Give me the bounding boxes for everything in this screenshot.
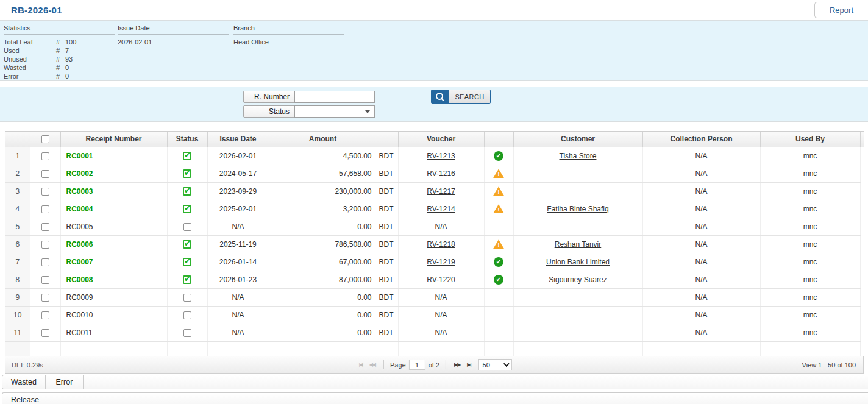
amount-cell: 0.00 — [269, 288, 377, 306]
row-select-cell — [30, 235, 60, 253]
header-receipt-number[interactable]: Receipt Number — [60, 132, 167, 147]
table-header-row: Receipt Number Status Issue Date Amount … — [5, 132, 864, 147]
customer-link[interactable]: Sigourney Suarez — [549, 275, 607, 284]
status-select[interactable] — [294, 105, 375, 118]
voucher-link[interactable]: RV-1220 — [427, 275, 455, 284]
row-select-checkbox[interactable] — [41, 294, 49, 302]
receipt-number: RC0001 — [66, 152, 93, 160]
voucher-status-cell — [484, 182, 513, 200]
header-used-by[interactable]: Used By — [760, 132, 860, 147]
receipt-number: RC0010 — [66, 311, 93, 319]
header-issue-date[interactable]: Issue Date — [207, 132, 269, 147]
row-select-checkbox[interactable] — [41, 205, 49, 213]
voucher-status-cell: ✔ — [484, 271, 513, 288]
branch-label: Branch — [233, 24, 344, 35]
customer-link[interactable]: Reshan Tanvir — [555, 240, 602, 249]
empty-row — [5, 341, 864, 356]
header-row-number — [5, 132, 30, 147]
voucher-link[interactable]: RV-1216 — [427, 169, 455, 178]
voucher-cell: N/A — [398, 306, 484, 324]
header-amount[interactable]: Amount — [269, 132, 377, 147]
customer-link[interactable]: Union Bank Limited — [546, 258, 610, 266]
amount-cell: 4,500.00 — [269, 147, 377, 165]
voucher-link[interactable]: RV-1219 — [427, 258, 455, 266]
row-select-checkbox[interactable] — [41, 311, 49, 319]
voucher-link[interactable]: RV-1217 — [427, 187, 455, 196]
used-by-cell: mnc — [760, 182, 860, 200]
receipt-number-cell: RC0006 — [60, 235, 167, 253]
customer-link[interactable]: Tisha Store — [560, 152, 597, 160]
amount-cell: 0.00 — [269, 324, 377, 341]
stat-hash: # — [56, 63, 65, 72]
row-select-checkbox[interactable] — [41, 329, 49, 337]
error-button[interactable]: Error — [46, 375, 84, 389]
stat-name: Used — [4, 46, 56, 55]
row-scrollbar-filler — [860, 182, 864, 200]
header-customer[interactable]: Customer — [513, 132, 642, 147]
wasted-button[interactable]: Wasted — [2, 375, 46, 389]
stat-name: Total Leaf — [4, 38, 56, 46]
stat-name: Wasted — [4, 63, 56, 72]
header-status[interactable]: Status — [167, 132, 207, 147]
next-page-button[interactable]: ▶▶ — [452, 361, 462, 369]
currency-cell: BDT — [377, 306, 398, 324]
row-select-checkbox[interactable] — [41, 170, 49, 178]
prev-page-button[interactable]: ◀◀ — [368, 361, 377, 369]
header-voucher[interactable]: Voucher — [398, 132, 484, 147]
amount-cell: 230,000.00 — [269, 182, 377, 200]
stat-name: Unused — [4, 55, 56, 63]
issue-date-cell: 2023-09-29 — [207, 182, 269, 200]
stat-hash: # — [56, 55, 65, 63]
row-scrollbar-filler — [860, 306, 864, 324]
row-select-checkbox[interactable] — [41, 276, 49, 284]
last-page-button[interactable]: ▶| — [465, 361, 472, 369]
status-cell — [167, 235, 207, 253]
header-select-all[interactable] — [30, 132, 60, 147]
r-number-input[interactable] — [294, 91, 375, 103]
amount-cell: 0.00 — [269, 306, 377, 324]
issue-date-cell: N/A — [207, 306, 269, 324]
stat-row: Error#0 — [4, 72, 115, 80]
voucher-status-cell — [484, 324, 513, 341]
voucher-link[interactable]: RV-1214 — [427, 205, 455, 213]
status-cell — [167, 165, 207, 182]
receipt-number: RC0002 — [66, 169, 93, 178]
row-select-checkbox[interactable] — [41, 223, 49, 231]
status-unchecked-icon — [183, 294, 191, 302]
row-select-cell — [30, 253, 60, 271]
voucher-status-cell — [484, 165, 513, 182]
issue-date-section: Issue Date 2026-02-01 — [118, 24, 229, 46]
customer-cell: Union Bank Limited — [513, 253, 642, 271]
search-button[interactable]: SEARCH — [431, 90, 491, 104]
row-number: 11 — [5, 324, 30, 341]
page-number-input[interactable] — [409, 360, 425, 370]
customer-link[interactable]: Fatiha Binte Shafiq — [547, 205, 608, 213]
voucher-link[interactable]: RV-1213 — [427, 152, 455, 160]
select-all-checkbox[interactable] — [41, 135, 49, 143]
statistics-label: Statistics — [4, 24, 115, 35]
customer-cell: Tisha Store — [513, 147, 642, 165]
row-select-checkbox[interactable] — [41, 241, 49, 249]
collection-person-cell: N/A — [642, 288, 760, 306]
release-button[interactable]: Release — [2, 393, 48, 404]
header-collection-person[interactable]: Collection Person — [642, 132, 760, 147]
chevron-down-icon — [503, 361, 510, 367]
customer-cell — [513, 324, 642, 341]
used-by-cell: mnc — [760, 253, 860, 271]
issue-date-cell: N/A — [207, 288, 269, 306]
voucher-link[interactable]: RV-1218 — [427, 240, 455, 249]
warning-icon — [493, 186, 504, 196]
page-size-select[interactable]: 50 — [478, 359, 512, 370]
row-select-checkbox[interactable] — [41, 188, 49, 196]
row-number: 8 — [5, 271, 30, 288]
status-checked-icon — [183, 275, 191, 284]
amount-cell: 3,200.00 — [269, 200, 377, 218]
report-button[interactable]: Report — [814, 2, 868, 18]
customer-cell — [513, 288, 642, 306]
row-select-cell — [30, 165, 60, 182]
row-select-checkbox[interactable] — [41, 152, 49, 160]
receipt-number-cell: RC0010 — [60, 306, 167, 324]
row-select-checkbox[interactable] — [41, 258, 49, 266]
status-checked-icon — [183, 205, 191, 213]
first-page-button[interactable]: |◀ — [357, 361, 364, 369]
